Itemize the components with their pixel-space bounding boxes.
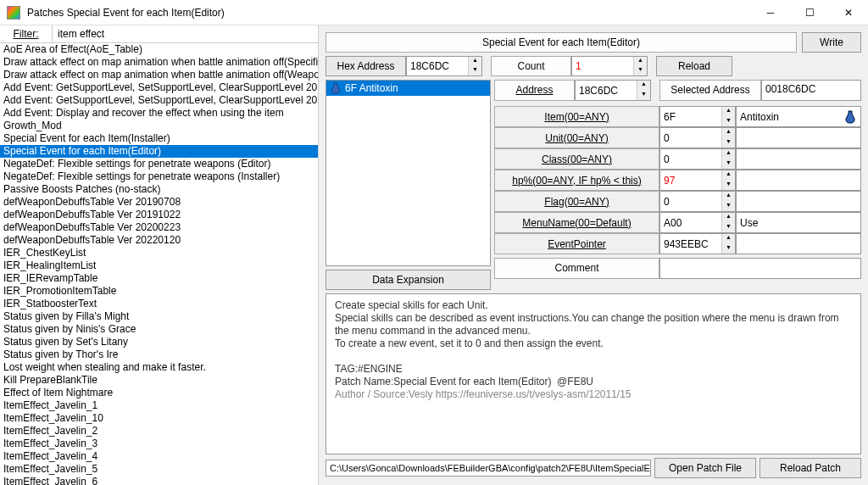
field-label-menu: MenuName(00=Default) — [494, 212, 659, 233]
list-item[interactable]: Draw attack effect on map animation when… — [0, 56, 318, 69]
item-list-row-label: 6F Antitoxin — [345, 82, 398, 94]
list-item[interactable]: Special Event for each Item(Installer) — [0, 132, 318, 145]
list-item[interactable]: AoE Area of Effect(AoE_Table) — [0, 43, 318, 56]
field-label-hp: hp%(00=ANY, IF hp% < this) — [494, 170, 659, 191]
list-item[interactable]: Lost weight when stealing and make it fa… — [0, 361, 318, 374]
field-input-class[interactable] — [660, 149, 721, 169]
close-button[interactable]: ✕ — [829, 0, 868, 25]
list-item[interactable]: IER_ChestKeyList — [0, 247, 318, 259]
filter-input[interactable] — [53, 25, 318, 42]
list-item[interactable]: Status given by Ninis's Grace — [0, 323, 318, 336]
list-item[interactable]: ItemEffect_Javelin_2 — [0, 425, 318, 438]
comment-label: Comment — [494, 258, 659, 279]
write-button[interactable]: Write — [802, 32, 861, 53]
count-input[interactable] — [572, 57, 633, 75]
list-item[interactable]: defWeaponDebuffsTable Ver 20220120 — [0, 234, 318, 247]
description-box[interactable]: Create special skills for each Unit. Spe… — [326, 293, 861, 454]
field-text-flag[interactable] — [736, 191, 861, 212]
list-item[interactable]: IER_PromotionItemTable — [0, 285, 318, 298]
list-item[interactable]: Special Event for each Item(Editor) — [0, 145, 318, 158]
data-expansion-button[interactable]: Data Expansion — [326, 270, 491, 290]
list-item[interactable]: NegateDef: Flexible settings for penetra… — [0, 170, 318, 183]
potion-icon — [843, 110, 857, 124]
panel-title: Special Event for each Item(Editor) — [326, 32, 797, 53]
address-input[interactable] — [576, 81, 637, 100]
path-box[interactable]: C:\Users\Gonca\Downloads\FEBuilderGBA\co… — [326, 460, 651, 477]
down-arrow-icon[interactable]: ▼ — [634, 66, 647, 75]
field-label-unit: Unit(00=ANY) — [494, 127, 659, 148]
filter-label[interactable]: Filter: — [0, 25, 53, 42]
address-label: Address — [494, 80, 575, 101]
list-item[interactable]: NegateDef: Flexible settings for penetra… — [0, 158, 318, 170]
reload-button[interactable]: Reload — [656, 56, 732, 76]
list-item[interactable]: defWeaponDebuffsTable Ver 20191022 — [0, 209, 318, 221]
list-item[interactable]: Effect of Item Nightmare — [0, 387, 318, 399]
item-list-row[interactable]: 6F Antitoxin — [326, 81, 490, 96]
up-arrow-icon[interactable]: ▲ — [634, 57, 647, 66]
titlebar: Patches Special Event for each Item(Edit… — [0, 0, 868, 25]
minimize-button[interactable]: ─ — [751, 0, 790, 25]
hex-address-input[interactable] — [407, 57, 468, 75]
list-item[interactable]: Status given by Set's Litany — [0, 336, 318, 348]
patch-list[interactable]: AoE Area of Effect(AoE_Table)Draw attack… — [0, 43, 318, 485]
field-text-class[interactable] — [736, 148, 861, 170]
field-input-item[interactable] — [660, 107, 721, 126]
list-item[interactable]: Growth_Mod — [0, 120, 318, 132]
list-item[interactable]: ItemEffect_Javelin_10 — [0, 412, 318, 425]
list-item[interactable]: ItemEffect_Javelin_4 — [0, 450, 318, 463]
list-item[interactable]: ItemEffect_Javelin_5 — [0, 463, 318, 476]
field-input-event[interactable] — [660, 234, 721, 254]
list-item[interactable]: defWeaponDebuffsTable Ver 20190708 — [0, 196, 318, 209]
field-input-menu[interactable] — [660, 213, 721, 232]
maximize-button[interactable]: ☐ — [790, 0, 829, 25]
count-label: Count — [491, 56, 571, 76]
list-item[interactable]: Add Event: GetSupportLevel, SetSupportLe… — [0, 81, 318, 94]
list-item[interactable]: Passive Boosts Patches (no-stack) — [0, 183, 318, 196]
list-item[interactable]: IER_StatboosterText — [0, 298, 318, 310]
field-input-flag[interactable] — [660, 192, 721, 211]
app-icon — [7, 6, 20, 20]
reload-patch-button[interactable]: Reload Patch — [760, 458, 861, 478]
hex-address-label[interactable]: Hex Address — [326, 56, 406, 76]
list-item[interactable]: IER_IERevampTable — [0, 272, 318, 285]
list-item[interactable]: Draw attack effect on map animation when… — [0, 69, 318, 81]
list-item[interactable]: Status given by Filla's Might — [0, 310, 318, 323]
open-patch-button[interactable]: Open Patch File — [654, 458, 756, 478]
selected-address-label: Selected Address — [659, 80, 761, 101]
right-panel: Special Event for each Item(Editor) Writ… — [319, 25, 868, 485]
window-title: Patches Special Event for each Item(Edit… — [27, 7, 751, 19]
field-text-menu[interactable]: Use — [736, 212, 861, 233]
list-item[interactable]: IER_HealingItemList — [0, 259, 318, 272]
left-panel: Filter: AoE Area of Effect(AoE_Table)Dra… — [0, 25, 319, 485]
field-label-flag: Flag(00=ANY) — [494, 191, 659, 212]
comment-input[interactable] — [659, 258, 861, 279]
potion-icon — [330, 82, 342, 94]
list-item[interactable]: Add Event: Display and recover the effec… — [0, 107, 318, 120]
down-arrow-icon[interactable]: ▼ — [469, 66, 481, 75]
list-item[interactable]: ItemEffect_Javelin_6 — [0, 476, 318, 485]
item-list[interactable]: 6F Antitoxin — [326, 80, 491, 266]
field-label-class: Class(00=ANY) — [494, 148, 659, 170]
list-item[interactable]: ItemEffect_Javelin_1 — [0, 399, 318, 412]
up-arrow-icon[interactable]: ▲ — [469, 57, 481, 66]
field-input-unit[interactable] — [660, 128, 721, 148]
field-text-item[interactable]: Antitoxin — [736, 106, 861, 127]
field-label-event: EventPointer — [494, 233, 659, 254]
list-item[interactable]: Kill PrepareBlankTile — [0, 374, 318, 387]
field-input-hp[interactable] — [660, 170, 721, 190]
selected-address-value: 0018C6DC — [761, 80, 861, 101]
list-item[interactable]: defWeaponDebuffsTable Ver 20200223 — [0, 221, 318, 234]
list-item[interactable]: ItemEffect_Javelin_3 — [0, 438, 318, 450]
list-item[interactable]: Status given by Thor's Ire — [0, 348, 318, 361]
field-text-hp[interactable] — [736, 170, 861, 191]
field-text-unit[interactable] — [736, 127, 861, 148]
list-item[interactable]: Add Event: GetSupportLevel, SetSupportLe… — [0, 94, 318, 107]
field-label-item: Item(00=ANY) — [494, 106, 659, 127]
field-text-event[interactable] — [736, 233, 861, 254]
